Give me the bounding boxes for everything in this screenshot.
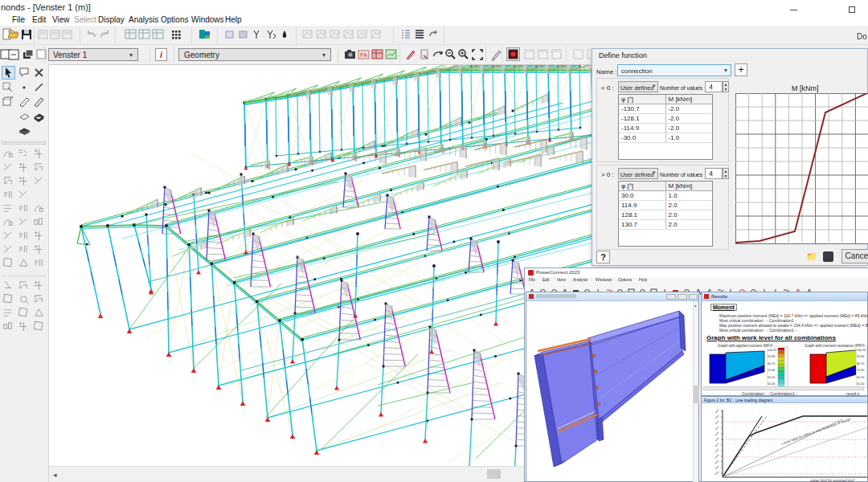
svg-text:90-80: 90-80: [768, 355, 775, 358]
svg-text:60-50: 60-50: [768, 376, 775, 379]
svg-text:70-60: 70-60: [768, 369, 775, 372]
svg-text:P: P: [4, 191, 8, 198]
svg-text:P: P: [19, 246, 23, 253]
svg-text:100-90: 100-90: [857, 349, 866, 352]
svg-text:P: P: [19, 205, 23, 212]
svg-text:Lower limit for MRd at mid-thi: Lower limit for MRd at mid-thickness of …: [781, 417, 852, 446]
svg-text:70-60: 70-60: [857, 369, 864, 372]
svg-text:100-90: 100-90: [768, 349, 776, 352]
svg-text:P: P: [35, 259, 39, 267]
svg-text:60-50: 60-50: [857, 376, 864, 379]
svg-text:80-70: 80-70: [857, 362, 864, 366]
svg-text:P: P: [19, 232, 23, 239]
svg-text:50-40: 50-40: [768, 382, 775, 386]
svg-text:upper limit for summed prof: upper limit for summed prof: [810, 479, 855, 482]
svg-text:90-80: 90-80: [857, 355, 864, 358]
svg-text:80-70: 80-70: [768, 362, 775, 366]
svg-text:50-40: 50-40: [857, 382, 864, 386]
svg-text:PA: PA: [360, 52, 367, 58]
